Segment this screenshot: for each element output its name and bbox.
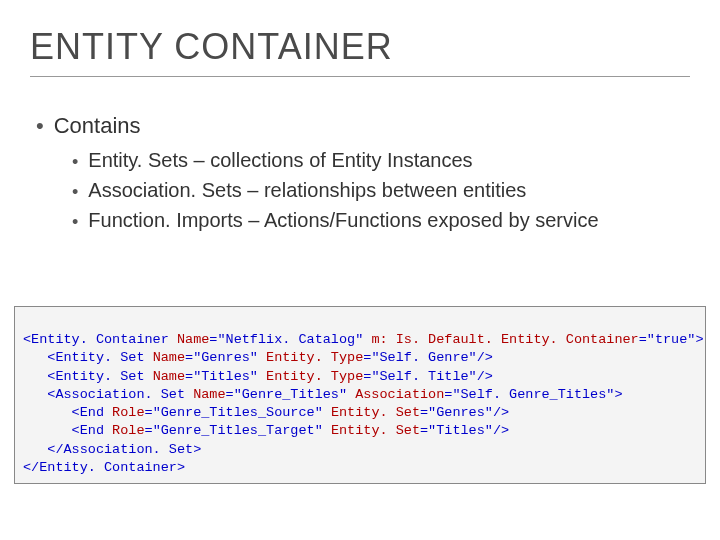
sub-bullet-list: Entity. Sets – collections of Entity Ins… [36, 149, 690, 235]
code-attr: m: Is. Default. Entity. Container [371, 332, 638, 347]
code-attr: Entity. Set [331, 405, 420, 420]
code-attrval: ="Self. Title"/> [363, 369, 493, 384]
code-attrval: ="Genres" [185, 350, 266, 365]
code-attr: Role [104, 423, 145, 438]
code-attr: Name [145, 350, 186, 365]
sub-bullet: Function. Imports – Actions/Functions ex… [72, 209, 690, 235]
code-attr: Association [355, 387, 444, 402]
code-tag: <Entity. Container [23, 332, 169, 347]
sub-bullet-text: Entity. Sets – collections of Entity Ins… [88, 149, 472, 175]
code-attr: Role [104, 405, 145, 420]
bullet-list: Contains Entity. Sets – collections of E… [30, 113, 690, 235]
code-attrval: ="Netflix. Catalog" [209, 332, 371, 347]
code-attr: Entity. Set [331, 423, 420, 438]
bullet-main-text: Contains [54, 113, 141, 139]
bullet-main: Contains [36, 113, 690, 139]
code-tag: <Association. Set [23, 387, 185, 402]
code-attr: Name [145, 369, 186, 384]
code-attrval: ="Self. Genre_Titles"> [444, 387, 622, 402]
code-attrval: ="Titles" [185, 369, 266, 384]
code-attrval: ="Genre_Titles_Source" [145, 405, 331, 420]
sub-bullet-text: Association. Sets – relationships betwee… [88, 179, 526, 205]
sub-bullet: Association. Sets – relationships betwee… [72, 179, 690, 205]
code-tag: </Association. Set> [23, 442, 201, 457]
code-tag: <Entity. Set [23, 369, 145, 384]
slide: ENTITY CONTAINER Contains Entity. Sets –… [0, 0, 720, 540]
code-attrval: ="Self. Genre"/> [363, 350, 493, 365]
code-attrval: ="Genre_Titles" [226, 387, 356, 402]
code-tag: </Entity. Container> [23, 460, 185, 475]
code-attr: Name [169, 332, 210, 347]
code-tag: <End [23, 405, 104, 420]
code-block: <Entity. Container Name="Netflix. Catalo… [14, 306, 706, 484]
code-tag: <End [23, 423, 104, 438]
sub-bullet-text: Function. Imports – Actions/Functions ex… [88, 209, 598, 235]
code-attrval: ="Titles"/> [420, 423, 509, 438]
code-tag: <Entity. Set [23, 350, 145, 365]
slide-title: ENTITY CONTAINER [30, 20, 690, 77]
code-attrval: ="true"> [639, 332, 704, 347]
code-attr: Entity. Type [266, 350, 363, 365]
sub-bullet: Entity. Sets – collections of Entity Ins… [72, 149, 690, 175]
code-attr: Name [185, 387, 226, 402]
code-attrval: ="Genre_Titles_Target" [145, 423, 331, 438]
code-attrval: ="Genres"/> [420, 405, 509, 420]
code-attr: Entity. Type [266, 369, 363, 384]
